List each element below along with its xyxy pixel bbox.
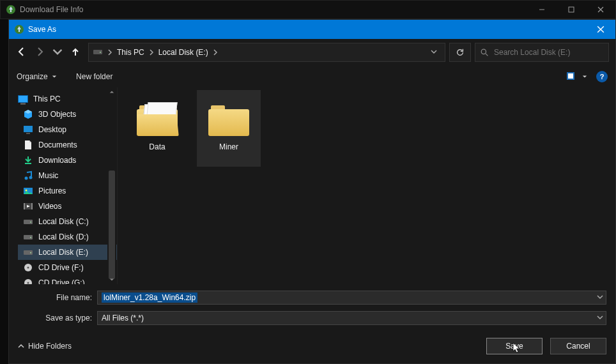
organize-menu[interactable]: Organize	[17, 72, 57, 81]
svg-rect-4	[100, 52, 101, 53]
tree-item[interactable]: Local Disk (E:)	[18, 245, 117, 260]
breadcrumb-root[interactable]: This PC	[117, 48, 144, 57]
svg-rect-9	[26, 133, 30, 134]
tree-item[interactable]: CD Drive (F:)	[18, 260, 117, 275]
tree-item-icon	[23, 125, 33, 135]
dialog-footer: Hide Folders Save Cancel	[9, 331, 615, 363]
nav-up-button[interactable]	[70, 47, 81, 59]
tree-this-pc[interactable]: This PC	[18, 91, 117, 107]
filename-input[interactable]: lolMiner_v1.28a_Win64.zip	[97, 291, 606, 305]
tree-item-icon	[23, 247, 33, 257]
tree-item-icon	[23, 140, 33, 150]
tree-item-label: Local Disk (C:)	[38, 217, 89, 226]
tree-item-label: CD Drive (F:)	[38, 263, 84, 272]
svg-point-12	[29, 176, 33, 179]
tree-scrollbar[interactable]	[107, 87, 116, 284]
tree-item-label: Desktop	[38, 125, 66, 134]
scroll-down-button[interactable]	[107, 275, 116, 284]
dialog-body: This PC 3D ObjectsDesktopDocumentsDownlo…	[9, 87, 615, 284]
search-box[interactable]	[475, 43, 609, 62]
hide-folders-button[interactable]: Hide Folders	[18, 342, 72, 351]
svg-point-5	[481, 49, 486, 54]
save-button[interactable]: Save	[486, 338, 543, 354]
address-bar[interactable]: This PC Local Disk (E:)	[88, 43, 445, 62]
tree-item[interactable]: Local Disk (C:)	[18, 214, 117, 229]
tree-item[interactable]: Music	[18, 168, 117, 183]
tree-item-icon	[23, 278, 33, 284]
scroll-up-button[interactable]	[107, 87, 116, 96]
svg-rect-8	[24, 126, 33, 132]
svg-rect-7	[568, 73, 573, 79]
tree-item-icon	[23, 109, 33, 119]
cancel-button[interactable]: Cancel	[550, 338, 606, 354]
chevron-down-icon[interactable]	[597, 293, 603, 302]
tree-item[interactable]: Pictures	[18, 183, 117, 199]
chevron-right-icon	[212, 49, 219, 56]
drive-icon	[93, 47, 103, 59]
tree-item-icon	[23, 201, 33, 211]
scroll-thumb[interactable]	[109, 171, 115, 279]
new-folder-button[interactable]: New folder	[76, 72, 112, 81]
svg-rect-23	[30, 252, 31, 254]
filename-value: lolMiner_v1.28a_Win64.zip	[102, 292, 197, 303]
tree-item-icon	[23, 155, 33, 165]
chevron-right-icon	[107, 49, 113, 56]
svg-rect-10	[25, 163, 31, 164]
breadcrumb-drive[interactable]: Local Disk (E:)	[158, 48, 208, 57]
tree-item[interactable]: Desktop	[18, 122, 117, 137]
parent-minimize-button[interactable]	[527, 1, 557, 19]
parent-maximize-button[interactable]	[557, 1, 586, 19]
parent-close-button[interactable]	[586, 1, 615, 19]
refresh-button[interactable]	[449, 43, 471, 62]
tree-item-label: 3D Objects	[38, 110, 76, 119]
tree-item-label: CD Drive (G:)	[38, 278, 85, 284]
save-as-dialog: Save As This PC Local Disk (E:)	[8, 19, 616, 364]
tree-item-label: Pictures	[38, 186, 66, 195]
tree-item-label: Music	[38, 171, 58, 180]
folder-item[interactable]: Data	[125, 90, 189, 167]
dialog-app-icon	[14, 24, 24, 34]
chevron-down-icon[interactable]	[597, 314, 603, 322]
tree-item-label: Documents	[38, 140, 77, 149]
navigation-bar: This PC Local Disk (E:)	[9, 39, 615, 66]
parent-window-titlebar: Download File Info	[0, 0, 616, 19]
svg-rect-21	[30, 237, 31, 238]
tree-item[interactable]: Downloads	[18, 153, 117, 168]
navigation-tree: This PC 3D ObjectsDesktopDocumentsDownlo…	[9, 87, 118, 284]
tree-item[interactable]: CD Drive (G:)	[18, 275, 117, 284]
nav-history-button[interactable]	[52, 47, 63, 59]
folder-content-pane[interactable]: Data Miner	[118, 87, 615, 284]
chevron-right-icon	[148, 49, 155, 56]
folder-icon	[137, 105, 178, 136]
folder-label: Miner	[219, 142, 238, 151]
address-dropdown-button[interactable]	[427, 48, 441, 57]
dialog-close-button[interactable]	[586, 20, 615, 39]
svg-rect-1	[569, 7, 574, 12]
parent-window-title: Download File Info	[20, 5, 83, 14]
nav-back-button[interactable]	[17, 47, 27, 59]
tree-item-label: Local Disk (D:)	[38, 232, 89, 241]
view-options-button[interactable]	[567, 72, 587, 81]
tree-item[interactable]: Local Disk (D:)	[18, 229, 117, 245]
filename-label: File name:	[18, 293, 92, 302]
savetype-label: Save as type:	[18, 314, 92, 322]
svg-point-14	[26, 190, 27, 192]
savetype-select[interactable]: All Files (*.*)	[97, 311, 606, 325]
folder-item[interactable]: Miner	[197, 90, 261, 167]
search-input[interactable]	[494, 48, 603, 57]
nav-forward-button[interactable]	[35, 47, 45, 59]
svg-rect-19	[30, 222, 31, 223]
tree-item[interactable]: 3D Objects	[18, 107, 117, 122]
tree-item-icon	[23, 171, 33, 181]
tree-item[interactable]: Videos	[18, 199, 117, 214]
svg-rect-17	[31, 203, 33, 209]
tree-item[interactable]: Documents	[18, 137, 117, 153]
svg-rect-16	[24, 203, 25, 209]
chevron-up-icon	[18, 343, 24, 349]
dialog-title: Save As	[28, 25, 56, 34]
file-fields: File name: lolMiner_v1.28a_Win64.zip Sav…	[9, 284, 615, 331]
folder-label: Data	[149, 142, 165, 151]
search-icon	[481, 49, 489, 57]
savetype-value: All Files (*.*)	[102, 314, 144, 322]
help-button[interactable]: ?	[596, 71, 608, 82]
